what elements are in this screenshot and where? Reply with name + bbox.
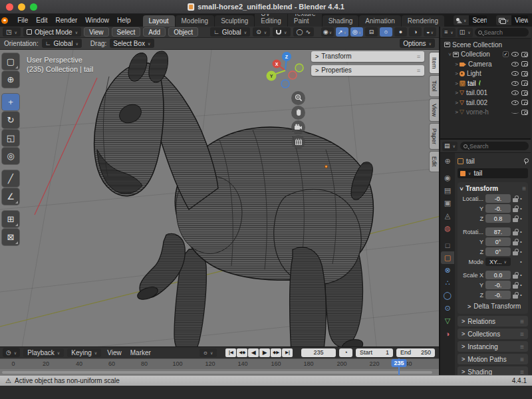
properties-editor-type-button[interactable]: ▤∨ xyxy=(442,142,458,151)
minimize-window-button[interactable] xyxy=(18,3,25,11)
animate-dot[interactable]: • xyxy=(520,215,522,221)
menu-add[interactable]: Add xyxy=(143,27,166,37)
timeline-track-area[interactable] xyxy=(0,369,439,375)
sidebar-tab-view[interactable]: View xyxy=(430,99,439,121)
zoom-window-button[interactable] xyxy=(30,3,37,11)
properties-tab-constraints[interactable]: ⊙ xyxy=(441,302,454,315)
object-name-field[interactable]: ∨ tail xyxy=(458,168,528,178)
rotation-z-field[interactable]: 0° xyxy=(485,247,511,256)
orientation-dropdown[interactable]: ∟Global∨ xyxy=(42,39,82,48)
frame-end-field[interactable]: End250 xyxy=(396,348,435,357)
lock-icon[interactable] xyxy=(513,231,518,235)
shading-rendered-button[interactable]: ◒∨ xyxy=(424,27,436,37)
menu-view[interactable]: View xyxy=(84,27,109,37)
camera-view-button[interactable] xyxy=(291,120,305,134)
animate-dot[interactable]: • xyxy=(520,205,522,211)
npanel-transform[interactable]: > Transform ≡ xyxy=(311,51,424,62)
menu-view-timeline[interactable]: View xyxy=(104,349,124,356)
frame-start-field[interactable]: Start1 xyxy=(356,348,393,357)
viewlayer-name-field[interactable]: ViewLayer xyxy=(511,15,528,25)
jump-to-start-button[interactable]: |◀ xyxy=(225,348,236,357)
scene-name-field[interactable]: Scene xyxy=(469,15,487,25)
blender-logo-icon[interactable] xyxy=(4,17,8,25)
auto-keying-toggle[interactable]: ○∨ xyxy=(200,348,217,357)
menu-file[interactable]: File xyxy=(13,17,32,24)
camera-restrict-icon[interactable] xyxy=(521,71,528,76)
lock-icon[interactable] xyxy=(513,241,518,245)
camera-restrict-icon[interactable] xyxy=(521,90,528,96)
workspace-tab-sculpting[interactable]: Sculpting xyxy=(215,15,254,27)
tool-select-box[interactable]: ▢ xyxy=(2,53,19,70)
scale-x-field[interactable]: 0.0 xyxy=(485,271,511,279)
menu-playback[interactable]: Playback∨ xyxy=(23,348,64,357)
rotation-x-field[interactable]: 87. xyxy=(485,227,511,236)
animate-dot[interactable]: • xyxy=(520,229,522,235)
animate-dot[interactable]: • xyxy=(520,239,522,245)
tool-move[interactable]: + xyxy=(2,94,19,110)
expand-arrow-icon[interactable]: > xyxy=(454,109,460,115)
eye-icon[interactable] xyxy=(511,52,519,57)
viewport-3d[interactable]: ▢ ⊕ + ↻ ◱ ◎ ╱ ∠ ⊞ ⊠ User Perspective (23… xyxy=(0,50,439,346)
lock-icon[interactable] xyxy=(513,295,518,299)
properties-tab-data[interactable]: ▽ xyxy=(441,315,454,327)
properties-tab-output[interactable]: ▤ xyxy=(441,184,454,197)
transform-panel-header[interactable]: > Transform ≡ xyxy=(460,184,526,194)
sidebar-tab-edit[interactable]: Edit xyxy=(430,152,439,172)
outliner-row-tail-001[interactable]: > ▽ tail.001 xyxy=(440,88,531,98)
sidebar-tab-tool[interactable]: Tool xyxy=(430,76,439,96)
delta-transform-panel[interactable]: >Delta Transform xyxy=(460,301,526,311)
workspace-tab-shading[interactable]: Shading xyxy=(323,15,359,27)
eye-icon[interactable] xyxy=(511,71,519,76)
properties-tab-view-layer[interactable]: ▣ xyxy=(441,197,454,209)
eye-icon[interactable] xyxy=(511,81,519,86)
properties-tab-tool[interactable]: ⊕ xyxy=(441,155,454,168)
timeline-editor-type-button[interactable]: ◷∨ xyxy=(3,348,20,357)
tool-transform[interactable]: ◎ xyxy=(2,148,19,164)
shading-wireframe-button[interactable]: ○ xyxy=(380,27,392,37)
camera-restrict-icon[interactable] xyxy=(521,61,528,66)
close-window-button[interactable] xyxy=(6,3,13,11)
pivot-point-selector[interactable]: ⊙∨ xyxy=(253,27,270,37)
expand-arrow-icon[interactable]: > xyxy=(454,90,460,96)
location-z-field[interactable]: 0.8 xyxy=(485,214,511,223)
properties-search-input[interactable] xyxy=(469,143,525,150)
outliner-search-input[interactable] xyxy=(484,29,525,36)
npanel-properties[interactable]: > Properties ≡ xyxy=(311,65,424,76)
tool-rotate[interactable]: ↻ xyxy=(2,112,19,128)
collections-panel[interactable]: >Collections≡ xyxy=(458,329,528,339)
sidebar-tab-paper[interactable]: Paper xyxy=(430,124,439,149)
tool-measure[interactable]: ∠ xyxy=(2,188,19,205)
jump-to-end-button[interactable]: ▶| xyxy=(282,348,293,357)
properties-tab-physics[interactable]: ◯ xyxy=(441,289,454,302)
animate-dot[interactable]: • xyxy=(520,282,522,288)
collapse-arrow-icon[interactable]: > xyxy=(447,51,453,57)
camera-restrict-icon[interactable] xyxy=(521,110,528,115)
location-y-field[interactable]: -0. xyxy=(485,204,511,213)
camera-restrict-icon[interactable] xyxy=(521,52,528,57)
preview-range-button[interactable]: ◔ xyxy=(339,348,352,357)
show-overlays-button[interactable]: ◎∨ xyxy=(350,27,363,37)
properties-search[interactable] xyxy=(460,142,529,150)
tool-scale[interactable]: ◱ xyxy=(2,130,19,146)
tool-knife[interactable]: ⊠ xyxy=(2,229,19,245)
expand-arrow-icon[interactable]: > xyxy=(454,80,460,86)
camera-restrict-icon[interactable] xyxy=(521,80,528,86)
properties-tab-particles[interactable]: ∴ xyxy=(441,277,454,289)
menu-window[interactable]: Window xyxy=(81,17,113,24)
relations-panel[interactable]: >Relations≡ xyxy=(458,316,528,327)
properties-tab-material[interactable]: ◑ xyxy=(441,327,454,340)
workspace-tab-animation[interactable]: Animation xyxy=(359,15,400,27)
properties-tab-modifiers[interactable]: ⊗ xyxy=(441,264,454,277)
workspace-tab-layout[interactable]: Layout xyxy=(143,15,175,27)
lock-icon[interactable] xyxy=(513,198,518,202)
xray-toggle-button[interactable]: ⊟ xyxy=(365,27,378,37)
menu-render[interactable]: Render xyxy=(52,17,82,24)
expand-arrow-icon[interactable]: > xyxy=(454,61,460,67)
animate-dot[interactable]: • xyxy=(520,292,522,298)
menu-marker[interactable]: Marker xyxy=(128,349,154,356)
rotation-y-field[interactable]: 0° xyxy=(485,237,511,246)
outliner-display-mode-button[interactable]: ◫∨ xyxy=(458,28,473,37)
properties-tab-render[interactable]: ◉ xyxy=(441,172,454,184)
show-gizmo-button[interactable]: ↗∨ xyxy=(336,27,348,37)
tool-add-cube[interactable]: ⊞ xyxy=(2,211,19,227)
